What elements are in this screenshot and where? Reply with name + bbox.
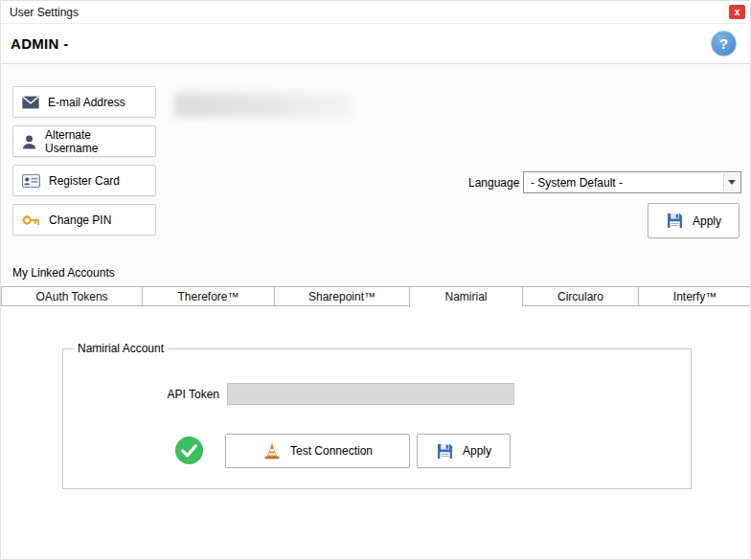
id-card-icon: [22, 174, 40, 188]
language-label: Language: [468, 176, 519, 190]
save-floppy-icon: [666, 212, 684, 230]
change-pin-button[interactable]: Change PIN: [12, 204, 156, 235]
namirial-apply-label: Apply: [463, 444, 491, 458]
api-token-input[interactable]: [227, 383, 514, 405]
traffic-cone-icon: [262, 441, 282, 460]
tab-therefore[interactable]: Therefore™: [142, 286, 275, 306]
user-settings-window: User Settings x ADMIN - ? E-mail Address…: [0, 0, 751, 560]
namirial-account-legend: Namirial Account: [74, 342, 168, 355]
register-card-button[interactable]: Register Card: [12, 165, 156, 196]
tab-label: Circularo: [558, 290, 603, 303]
test-connection-button[interactable]: Test Connection: [225, 434, 410, 468]
help-button[interactable]: ?: [711, 31, 737, 56]
tab-circularo[interactable]: Circularo: [522, 286, 639, 306]
language-dropdown[interactable]: - System Default -: [523, 171, 741, 193]
tab-namirial[interactable]: Namirial: [409, 286, 523, 307]
test-connection-label: Test Connection: [290, 444, 373, 458]
language-selected-value: - System Default -: [531, 176, 623, 190]
tab-interfy[interactable]: Interfy™: [638, 286, 751, 306]
user-icon: [22, 134, 36, 149]
tab-label: Interfy™: [673, 290, 717, 303]
tab-sharepoint[interactable]: Sharepoint™: [274, 286, 410, 306]
tab-label: Namirial: [444, 290, 487, 303]
title-bar: User Settings x: [1, 1, 750, 24]
language-apply-label: Apply: [693, 214, 721, 228]
email-icon: [22, 96, 39, 109]
linked-accounts-label: My Linked Accounts: [12, 266, 115, 280]
page-title: ADMIN -: [11, 35, 68, 52]
close-button[interactable]: x: [729, 5, 745, 19]
email-address-button[interactable]: E-mail Address: [12, 86, 156, 118]
header: ADMIN - ?: [1, 24, 750, 64]
namirial-tab-panel: Namirial Account API Token Test Connecti…: [1, 306, 750, 559]
linked-accounts-tabstrip: OAuth Tokens Therefore™ Sharepoint™ Nami…: [1, 286, 751, 306]
email-address-label: E-mail Address: [48, 96, 125, 109]
language-apply-button[interactable]: Apply: [648, 203, 740, 238]
close-icon: x: [735, 7, 740, 17]
api-token-label: API Token: [162, 388, 219, 401]
key-icon: [22, 213, 40, 228]
dropdown-arrow-box[interactable]: [723, 173, 740, 191]
save-floppy-icon: [436, 442, 454, 460]
alternate-username-label: Alternate Username: [45, 128, 147, 155]
tab-label: Sharepoint™: [308, 290, 376, 303]
chevron-down-icon: [728, 180, 736, 185]
register-card-label: Register Card: [49, 174, 120, 188]
alternate-username-button[interactable]: Alternate Username: [12, 125, 156, 157]
tab-label: Therefore™: [177, 290, 239, 303]
tab-label: OAuth Tokens: [35, 290, 107, 303]
namirial-apply-button[interactable]: Apply: [417, 434, 511, 468]
change-pin-label: Change PIN: [49, 213, 111, 227]
green-check-icon: [174, 436, 204, 465]
question-mark-icon: ?: [719, 35, 728, 52]
tab-oauth-tokens[interactable]: OAuth Tokens: [1, 286, 143, 306]
window-title: User Settings: [10, 6, 79, 19]
redacted-email-value: [174, 93, 354, 118]
